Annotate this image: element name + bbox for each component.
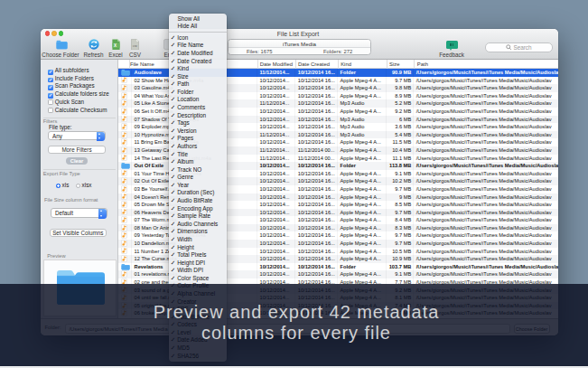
svg-text:csv: csv <box>133 44 137 48</box>
